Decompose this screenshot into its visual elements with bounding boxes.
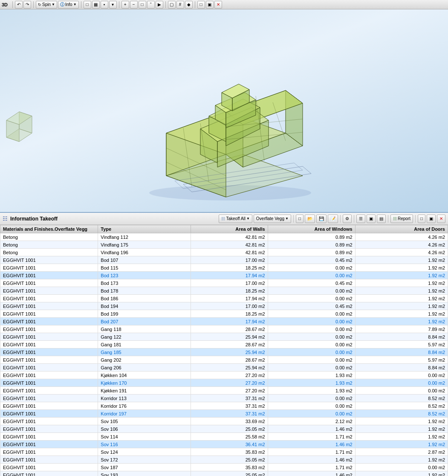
render-btn1[interactable]: □	[84, 1, 91, 9]
info-dropdown[interactable]: ⓘ Info ▼	[58, 1, 79, 9]
table-row[interactable]: BetongVindfang 17542.81 m20.89 m24.26 m2	[0, 241, 448, 249]
table-cell: EGGHVIT 1001	[0, 364, 98, 372]
grid-btn[interactable]: #	[176, 1, 184, 9]
table-cell: 1.93 m2	[268, 387, 355, 395]
table-cell: Sov 114	[98, 433, 191, 441]
filter-dropdown[interactable]: Overflate Vegg ▼	[254, 215, 291, 223]
undo-button[interactable]: ↶	[15, 1, 23, 9]
table-cell: EGGHVIT 1001	[0, 464, 98, 471]
table-cell: EGGHVIT 1001	[0, 348, 98, 356]
table-cell: Sov 116	[98, 441, 191, 448]
table-cell: EGGHVIT 1001	[0, 256, 98, 264]
report-btn[interactable]: ☷ Report	[390, 215, 413, 223]
table-row[interactable]: EGGHVIT 1001Bod 17818.25 m20.00 m21.92 m…	[0, 287, 448, 295]
table-row[interactable]: EGGHVIT 1001Bod 18617.94 m20.00 m21.92 m…	[0, 295, 448, 302]
render-dropdown-btn[interactable]: ▾	[109, 1, 117, 9]
table-row[interactable]: EGGHVIT 1001Bod 10717.00 m20.45 m21.92 m…	[0, 256, 448, 264]
table-cell: EGGHVIT 1001	[0, 387, 98, 395]
table-row[interactable]: BetongVindfang 11242.81 m20.89 m24.26 m2	[0, 233, 448, 241]
cursor-btn[interactable]: ▶	[156, 1, 163, 9]
table-cell: 1.46 m2	[268, 456, 355, 464]
save-all-btn[interactable]: 📝	[328, 215, 338, 223]
table-row[interactable]: EGGHVIT 1001Bod 12317.94 m20.00 m21.92 m…	[0, 272, 448, 279]
table-row[interactable]: EGGHVIT 1001Gang 12225.94 m20.00 m28.84 …	[0, 333, 448, 341]
table-cell: Korridor 197	[98, 410, 191, 418]
render-btn3[interactable]: ▪	[101, 1, 108, 9]
table-row[interactable]: EGGHVIT 1001Kjøkken 19127.20 m21.93 m20.…	[0, 387, 448, 395]
table-row[interactable]: EGGHVIT 1001Sov 11425.58 m21.71 m21.92 m…	[0, 433, 448, 441]
table-row[interactable]: EGGHVIT 1001Bod 19417.00 m20.45 m21.92 m…	[0, 302, 448, 310]
table-cell: 1.71 m2	[268, 433, 355, 441]
table-cell: 1.93 m2	[268, 379, 355, 387]
table-row[interactable]: EGGHVIT 1001Sov 19325.05 m21.46 m21.92 m…	[0, 471, 448, 476]
restore2-btn[interactable]: ▣	[206, 1, 214, 9]
table-row[interactable]: EGGHVIT 1001Korridor 11337.31 m20.00 m28…	[0, 395, 448, 402]
max-btn[interactable]: □	[197, 1, 205, 9]
open-btn[interactable]: 📂	[305, 215, 315, 223]
table-cell: Korridor 176	[98, 402, 191, 410]
table-row[interactable]: EGGHVIT 1001Korridor 19737.31 m20.00 m28…	[0, 410, 448, 418]
table-row[interactable]: EGGHVIT 1001Sov 10625.05 m21.46 m21.92 m…	[0, 425, 448, 433]
sep1	[12, 1, 13, 8]
restore-btn[interactable]: ▢	[168, 1, 176, 9]
data-table[interactable]: Materials and Finishes.Overflate Vegg Ty…	[0, 225, 448, 476]
close-btn[interactable]: ✕	[214, 1, 222, 9]
new-btn[interactable]: □	[296, 215, 303, 223]
zoom-in-btn[interactable]: +	[121, 1, 129, 9]
col-btn1[interactable]: ☰	[356, 215, 365, 223]
table-cell: Sov 105	[98, 418, 191, 425]
table-cell: 1.92 m2	[355, 279, 448, 287]
col-btn2[interactable]: ▣	[367, 215, 376, 223]
table-row[interactable]: EGGHVIT 1001Bod 11518.25 m20.00 m21.92 m…	[0, 264, 448, 272]
table-row[interactable]: EGGHVIT 1001Gang 18525.94 m20.00 m28.84 …	[0, 348, 448, 356]
spin-dropdown[interactable]: ↻ Spin ▼	[36, 1, 57, 9]
save-btn[interactable]: 💾	[316, 215, 327, 223]
table-row[interactable]: EGGHVIT 1001Korridor 17637.31 m20.00 m28…	[0, 402, 448, 410]
table-cell: 0.45 m2	[268, 302, 355, 310]
table-row[interactable]: EGGHVIT 1001Sov 11636.41 m21.46 m21.92 m…	[0, 441, 448, 448]
table-row[interactable]: EGGHVIT 1001Sov 12435.83 m21.71 m22.87 m…	[0, 448, 448, 456]
table-cell: 28.67 m2	[191, 341, 268, 348]
table-row[interactable]: EGGHVIT 1001Sov 17225.05 m21.46 m21.92 m…	[0, 456, 448, 464]
table-cell: 8.52 m2	[355, 395, 448, 402]
table-cell: 37.31 m2	[191, 410, 268, 418]
table-cell: 1.92 m2	[355, 425, 448, 433]
table-row[interactable]: EGGHVIT 1001Gang 18128.67 m20.00 m25.97 …	[0, 341, 448, 348]
table-cell: EGGHVIT 1001	[0, 325, 98, 333]
table-row[interactable]: EGGHVIT 1001Sov 18735.83 m21.71 m20.00 m…	[0, 464, 448, 471]
table-row[interactable]: EGGHVIT 1001Sov 10533.69 m22.12 m21.92 m…	[0, 418, 448, 425]
render-btn2[interactable]: ▦	[92, 1, 100, 9]
table-cell: 8.84 m2	[355, 348, 448, 356]
measure-btn[interactable]: “	[147, 1, 155, 9]
table-row[interactable]: EGGHVIT 1001Gang 11828.67 m20.00 m27.89 …	[0, 325, 448, 333]
table-row[interactable]: EGGHVIT 1001Kjøkken 17027.20 m21.93 m20.…	[0, 379, 448, 387]
table-row[interactable]: BetongVindfang 19642.81 m20.89 m24.26 m2	[0, 249, 448, 256]
table-cell: 37.31 m2	[191, 395, 268, 402]
takeoff-all-dropdown[interactable]: ☷ Takeoff All ▼	[219, 215, 252, 223]
settings-btn[interactable]: ⚙	[343, 215, 352, 223]
table-cell: EGGHVIT 1001	[0, 287, 98, 295]
table-cell: Bod 207	[98, 318, 191, 325]
table-row[interactable]: EGGHVIT 1001Gang 20228.67 m20.00 m25.97 …	[0, 356, 448, 364]
3d-viewport[interactable]	[0, 9, 448, 212]
panel-close-btn[interactable]: ✕	[437, 215, 445, 223]
table-cell: 8.84 m2	[355, 333, 448, 341]
render2-btn[interactable]: ◆	[185, 1, 193, 9]
sep6	[195, 1, 195, 8]
filter-arrow: ▼	[285, 217, 289, 221]
table-cell: 0.00 m2	[268, 295, 355, 302]
zoom-out-btn[interactable]: −	[130, 1, 138, 9]
table-row[interactable]: EGGHVIT 1001Bod 19918.25 m20.00 m21.92 m…	[0, 310, 448, 318]
table-row[interactable]: EGGHVIT 1001Gang 20625.94 m20.00 m28.84 …	[0, 364, 448, 372]
table-row[interactable]: EGGHVIT 1001Kjøkken 10427.20 m21.93 m20.…	[0, 372, 448, 379]
table-cell: 27.20 m2	[191, 372, 268, 379]
table-cell: EGGHVIT 1001	[0, 356, 98, 364]
panel-restore-btn[interactable]: ▣	[427, 215, 436, 223]
table-row[interactable]: EGGHVIT 1001Bod 17317.00 m20.45 m21.92 m…	[0, 279, 448, 287]
zoom-fit-btn[interactable]: □	[139, 1, 146, 9]
table-row[interactable]: EGGHVIT 1001Bod 20717.94 m20.00 m21.92 m…	[0, 318, 448, 325]
panel-max-btn[interactable]: □	[418, 215, 425, 223]
table-cell: Bod 186	[98, 295, 191, 302]
col-btn3[interactable]: ▤	[377, 215, 386, 223]
redo-button[interactable]: ↷	[23, 1, 31, 9]
